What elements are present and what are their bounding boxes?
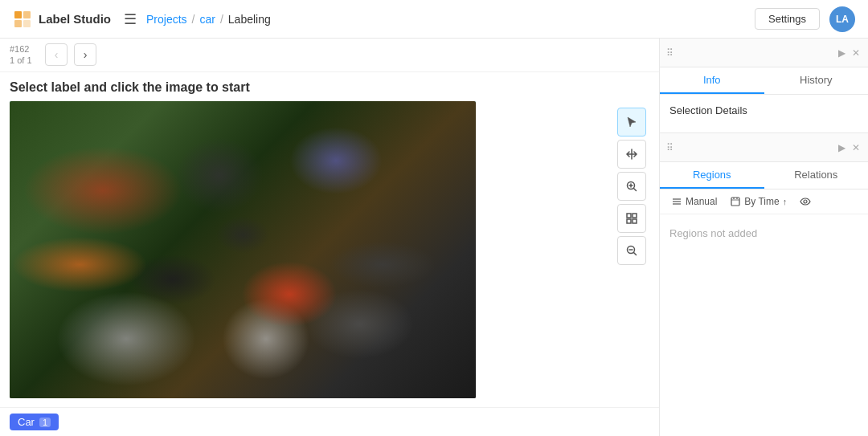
fit-tool[interactable] bbox=[617, 204, 646, 233]
zoom-out-tool[interactable] bbox=[617, 236, 646, 265]
svg-rect-8 bbox=[627, 214, 631, 218]
traffic-image-bg bbox=[10, 101, 476, 398]
pan-tool[interactable] bbox=[617, 140, 646, 169]
app-header: Label Studio ☰ Projects / car / Labeling… bbox=[0, 0, 868, 39]
by-time-sort-button[interactable]: By Time ↑ bbox=[727, 194, 790, 209]
info-content: Selection Details bbox=[660, 95, 868, 132]
panel-controls: ▶ ✕ bbox=[837, 46, 862, 60]
prev-button[interactable]: ‹ bbox=[45, 43, 68, 66]
svg-point-22 bbox=[804, 200, 807, 203]
manual-label: Manual bbox=[686, 196, 717, 207]
select-tool[interactable] bbox=[617, 108, 646, 137]
task-info: #162 1 of 1 bbox=[10, 43, 39, 67]
label-count: 1 bbox=[39, 418, 51, 427]
logo-text: Label Studio bbox=[39, 12, 111, 26]
logo: Label Studio bbox=[13, 10, 111, 29]
svg-rect-9 bbox=[633, 214, 637, 218]
sort-asc-icon: ↑ bbox=[783, 197, 788, 206]
by-time-label: By Time bbox=[744, 196, 779, 207]
main-area: #162 1 of 1 ‹ › Select label and click t… bbox=[0, 39, 868, 436]
info-tabs: Info History bbox=[660, 67, 868, 95]
regions-collapse-icon[interactable]: ✕ bbox=[850, 141, 862, 155]
regions-panel-header: ⠿ ▶ ✕ bbox=[660, 133, 868, 162]
svg-rect-1 bbox=[23, 11, 31, 18]
image-area bbox=[0, 101, 659, 407]
regions-drag-handle-icon: ⠿ bbox=[666, 142, 674, 153]
breadcrumb-sep1: / bbox=[192, 13, 195, 26]
list-icon bbox=[671, 196, 682, 207]
breadcrumb-projects[interactable]: Projects bbox=[146, 13, 187, 26]
settings-button[interactable]: Settings bbox=[755, 8, 820, 30]
visibility-toggle[interactable] bbox=[796, 194, 814, 209]
left-panel: #162 1 of 1 ‹ › Select label and click t… bbox=[0, 39, 659, 436]
tab-regions[interactable]: Regions bbox=[660, 162, 764, 189]
right-panel: ⠿ ▶ ✕ Info History Selection Details ⠿ ▶… bbox=[659, 39, 868, 436]
svg-rect-0 bbox=[14, 11, 22, 18]
regions-empty-text: Regions not added bbox=[660, 214, 868, 252]
panel-expand-icon[interactable]: ▶ bbox=[837, 46, 847, 60]
time-icon bbox=[730, 196, 741, 207]
manual-sort-button[interactable]: Manual bbox=[668, 194, 720, 209]
breadcrumb-current: Labeling bbox=[228, 13, 271, 26]
svg-line-7 bbox=[634, 188, 637, 190]
selection-details-title: Selection Details bbox=[669, 104, 858, 116]
hamburger-icon[interactable]: ☰ bbox=[124, 10, 137, 28]
regions-controls: ▶ ✕ bbox=[837, 141, 862, 155]
info-history-section: ⠿ ▶ ✕ Info History Selection Details bbox=[660, 39, 868, 133]
user-avatar[interactable]: LA bbox=[829, 6, 855, 32]
task-id: #162 bbox=[10, 43, 39, 55]
label-bar: Car 1 bbox=[0, 407, 659, 436]
svg-rect-10 bbox=[627, 219, 631, 223]
zoom-in-tool[interactable] bbox=[617, 172, 646, 201]
tab-relations[interactable]: Relations bbox=[764, 162, 869, 189]
logo-icon bbox=[13, 10, 32, 29]
regions-expand-icon[interactable]: ▶ bbox=[837, 141, 847, 155]
tab-history[interactable]: History bbox=[764, 67, 869, 94]
svg-rect-3 bbox=[23, 20, 31, 27]
task-progress: 1 of 1 bbox=[10, 55, 39, 66]
label-name: Car bbox=[18, 416, 35, 428]
breadcrumb-sep2: / bbox=[220, 13, 223, 26]
labeling-image[interactable] bbox=[10, 101, 476, 398]
svg-rect-2 bbox=[14, 20, 22, 27]
car-label-tag[interactable]: Car 1 bbox=[10, 414, 59, 430]
next-button[interactable]: › bbox=[74, 43, 96, 66]
regions-tabs: Regions Relations bbox=[660, 162, 868, 189]
tool-sidebar bbox=[617, 101, 646, 271]
svg-rect-18 bbox=[731, 198, 739, 206]
regions-section: ⠿ ▶ ✕ Regions Relations Manual bbox=[660, 133, 868, 436]
svg-line-14 bbox=[634, 252, 637, 255]
drag-handle-icon: ⠿ bbox=[666, 47, 674, 59]
visibility-icon bbox=[800, 196, 811, 207]
info-panel-header: ⠿ ▶ ✕ bbox=[660, 39, 868, 67]
tab-info[interactable]: Info bbox=[660, 67, 764, 94]
nav-bar: #162 1 of 1 ‹ › bbox=[0, 39, 659, 72]
panel-collapse-icon[interactable]: ✕ bbox=[850, 46, 862, 60]
regions-toolbar: Manual By Time ↑ bbox=[660, 189, 868, 214]
breadcrumb: Projects / car / Labeling bbox=[146, 13, 271, 26]
breadcrumb-car[interactable]: car bbox=[199, 13, 215, 26]
label-hint: Select label and click the image to star… bbox=[0, 72, 659, 101]
svg-rect-11 bbox=[633, 219, 637, 223]
car-overlay bbox=[10, 101, 476, 398]
